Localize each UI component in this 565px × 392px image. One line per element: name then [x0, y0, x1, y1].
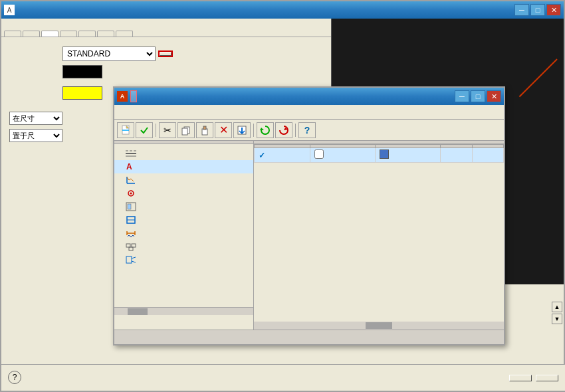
- tree-item-linetype[interactable]: [114, 147, 253, 160]
- scroll-buttons: ▲ ▼: [552, 302, 564, 355]
- text-color-swatch[interactable]: [62, 65, 102, 78]
- minimize-button[interactable]: ─: [514, 4, 529, 16]
- help-icon-button[interactable]: ?: [298, 122, 316, 138]
- explorer-minimize-button[interactable]: ─: [455, 90, 469, 102]
- menu-edit[interactable]: [117, 111, 128, 114]
- toolbar-sep-3: [295, 124, 296, 137]
- color-swatch-icon: [380, 149, 389, 159]
- tab-units[interactable]: [78, 31, 96, 37]
- explorer-title-highlight: [130, 90, 137, 102]
- toolbar-sep-1: [156, 124, 156, 137]
- close-button[interactable]: ✕: [546, 4, 561, 16]
- svg-line-30: [132, 257, 136, 258]
- tree-item-group[interactable]: [114, 240, 253, 253]
- scroll-up-button[interactable]: ▲: [552, 302, 562, 312]
- explorer-maximize-button[interactable]: □: [471, 90, 485, 102]
- check-icon-button[interactable]: [136, 122, 153, 138]
- row-match: [376, 148, 441, 163]
- svg-rect-28: [129, 247, 133, 250]
- text-style-select[interactable]: STANDARD: [62, 47, 156, 61]
- text-placement-section: 在尺寸 置于尺: [9, 108, 62, 146]
- svg-marker-9: [260, 128, 264, 130]
- new-icon-button[interactable]: [117, 122, 134, 138]
- import-icon-button[interactable]: [233, 122, 251, 138]
- tab-text[interactable]: [41, 31, 58, 37]
- tree-item-dimstyle[interactable]: [114, 227, 253, 240]
- content-hscroll[interactable]: [254, 322, 504, 330]
- tree-hscroll[interactable]: [114, 307, 254, 315]
- explorer-window: A ─ □ ✕ ✂ ✕: [113, 86, 505, 345]
- browse-button[interactable]: [160, 52, 171, 56]
- explorer-toolbar: ✂ ✕ ?: [114, 120, 504, 141]
- preview-line: [519, 58, 558, 97]
- styles-table: ✓: [254, 144, 504, 163]
- menu-view[interactable]: [128, 111, 138, 114]
- toolbar-sep-2: [253, 124, 254, 137]
- horizontal-select[interactable]: 置于尺: [9, 129, 62, 142]
- row-name: ✓: [255, 148, 310, 163]
- scroll-down-button[interactable]: ▼: [552, 314, 562, 324]
- row-annotative: [310, 148, 375, 163]
- copy-icon-button[interactable]: [177, 122, 195, 138]
- explorer-app-icon: A: [117, 91, 128, 102]
- svg-point-18: [130, 193, 132, 195]
- explorer-title-bar: A ─ □ ✕: [114, 88, 504, 105]
- delete-icon-button[interactable]: ✕: [215, 122, 232, 138]
- vertical-row: 在尺寸: [9, 112, 62, 125]
- svg-rect-26: [126, 244, 130, 247]
- maximize-button[interactable]: □: [530, 4, 545, 16]
- group-icon: [125, 242, 137, 251]
- checkmark-icon: ✓: [259, 151, 265, 160]
- dimstyle-icon: [125, 229, 137, 238]
- explorer-tree-panel: A: [114, 141, 254, 330]
- explorer-statusbar: [114, 330, 504, 344]
- bottom-bar: ?: [1, 364, 565, 391]
- svg-rect-6: [203, 126, 206, 130]
- bg-color-swatch[interactable]: [62, 86, 102, 100]
- app-icon: A: [4, 5, 15, 15]
- vertical-select[interactable]: 在尺寸: [9, 112, 62, 125]
- linetype-icon: [125, 149, 137, 158]
- ok-button[interactable]: [509, 375, 532, 381]
- row-height: [441, 148, 472, 163]
- tab-format[interactable]: [60, 31, 77, 37]
- tree-item-layout[interactable]: [114, 200, 253, 213]
- horizontal-row: 置于尺: [9, 129, 62, 142]
- xref-icon: [125, 255, 137, 264]
- tree-item-view[interactable]: [114, 187, 253, 200]
- explorer-content-panel: ✓: [254, 141, 504, 330]
- help-button[interactable]: ?: [8, 371, 21, 384]
- cut-icon-button[interactable]: ✂: [159, 122, 176, 138]
- annotative-checkbox[interactable]: [314, 149, 324, 159]
- textstyle-icon: A: [125, 162, 137, 171]
- table-row[interactable]: ✓: [255, 148, 504, 163]
- svg-rect-27: [132, 244, 136, 247]
- explorer-menubar: [114, 105, 504, 120]
- explorer-title-text: [130, 92, 453, 101]
- refresh-green-icon-button[interactable]: [257, 122, 274, 138]
- cancel-button[interactable]: [536, 375, 558, 381]
- tree-item-textstyle[interactable]: A: [114, 160, 253, 173]
- tab-tolerance[interactable]: [116, 31, 133, 37]
- main-title-bar: A ─ □ ✕: [1, 1, 564, 19]
- row-width: [472, 148, 503, 163]
- tree-item-block[interactable]: [114, 213, 253, 227]
- paste-icon-button[interactable]: [196, 122, 213, 138]
- block-icon: [125, 215, 137, 225]
- explorer-body: A: [114, 141, 504, 330]
- svg-rect-29: [126, 256, 132, 263]
- tree-item-coords[interactable]: [114, 173, 253, 187]
- refresh-red-icon-button[interactable]: [275, 122, 292, 138]
- svg-rect-4: [182, 128, 187, 135]
- tree-hscroll-thumb: [128, 308, 148, 315]
- tree-items-list: A: [114, 144, 253, 269]
- explorer-close-button[interactable]: ✕: [487, 90, 501, 102]
- view-icon: [125, 189, 137, 198]
- svg-line-31: [132, 261, 136, 262]
- layout-icon: [125, 202, 137, 211]
- tab-arrows[interactable]: [23, 31, 40, 37]
- tab-lines[interactable]: [4, 31, 21, 37]
- tree-item-xref[interactable]: [114, 253, 253, 266]
- coords-icon: [125, 175, 137, 185]
- tab-alt-units[interactable]: [97, 31, 114, 37]
